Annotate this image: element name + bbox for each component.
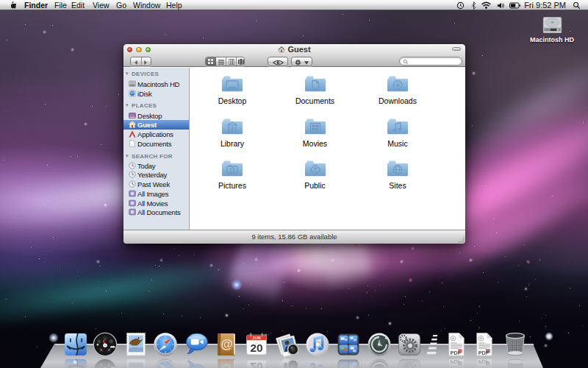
- svg-text:@: @: [220, 337, 232, 350]
- svg-text:PDF: PDF: [450, 349, 461, 355]
- svg-text:JUN: JUN: [252, 336, 260, 340]
- svg-text:20: 20: [250, 342, 262, 354]
- svg-text:PDF: PDF: [478, 349, 489, 355]
- svg-text:♪: ♪: [104, 336, 107, 341]
